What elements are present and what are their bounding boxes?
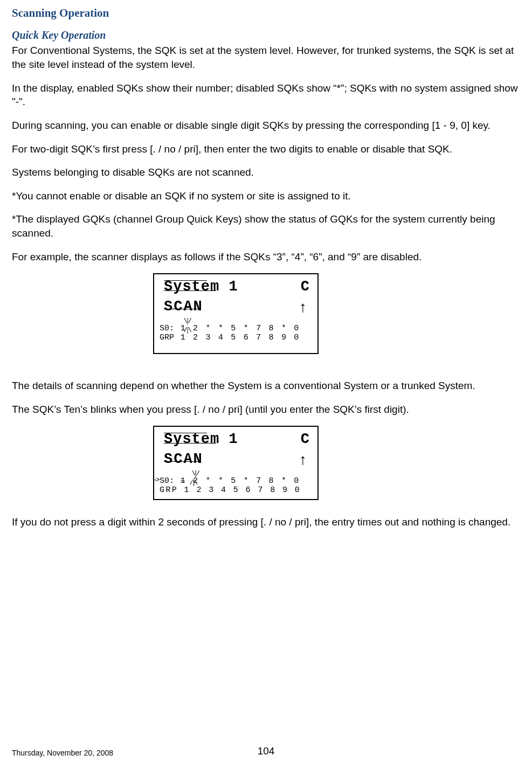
paragraph-single-digit: During scanning, you can enable or disab… bbox=[12, 119, 520, 133]
display1-s0-digits: 1 2 * * 5 * 7 8 * 0 bbox=[181, 324, 300, 333]
up-arrow-icon: ↑ bbox=[299, 297, 308, 317]
display2-s0-label: S0: bbox=[160, 476, 174, 486]
paragraph-example: For example, the scanner displays as fol… bbox=[12, 250, 520, 264]
display2-s0-digits-wrap: \|/ 1 2 * * 5 * 7 8 * 0 bbox=[181, 476, 300, 486]
display1-grp-digits: 1 2 3 4 5 6 7 8 9 0 bbox=[181, 333, 300, 342]
blink-indicator-icon: -> bbox=[153, 476, 158, 484]
up-arrow-icon: ↑ bbox=[299, 449, 308, 470]
footer-page-number: 104 bbox=[258, 744, 275, 758]
display1-system-label: System 1 bbox=[164, 277, 238, 296]
display2-grp-full: GRP 1 2 3 4 5 6 7 8 9 0 bbox=[160, 486, 301, 495]
display2-scan-label: SCAN bbox=[164, 449, 203, 470]
paragraph-details: The details of scanning depend on whethe… bbox=[12, 379, 520, 393]
paragraph-note1: *You cannot enable or disable an SQK if … bbox=[12, 189, 520, 203]
paragraph-tens-blink: The SQK’s Ten’s blinks when you press [.… bbox=[12, 403, 520, 417]
display1-s0-label: S0: bbox=[160, 324, 174, 333]
display1-c-label: C bbox=[301, 277, 310, 296]
scan-activity-icon: \|/ bbox=[183, 318, 190, 325]
paragraph-two-digit: For two-digit SQK’s first press [. / no … bbox=[12, 142, 520, 156]
display1-grp-digits-wrap: /|\ 1 2 3 4 5 6 7 8 9 0 bbox=[181, 333, 300, 342]
display2-line2-left-text: SCAN bbox=[164, 451, 203, 467]
scanner-display-2: System 1 C SCAN ↑ -> S0: \|/ 1 2 * * 5 *… bbox=[153, 426, 319, 500]
footer-date: Thursday, November 20, 2008 bbox=[12, 748, 113, 758]
display2-system-label: System 1 bbox=[164, 429, 238, 449]
paragraph-not-scanned: Systems belonging to disable SQKs are no… bbox=[12, 165, 520, 179]
scanner-display-1: System 1 C SCAN ↑ S0: \|/ 1 2 * * 5 * 7 … bbox=[153, 273, 319, 354]
display1-s0-digits-wrap: \|/ 1 2 * * 5 * 7 8 * 0 bbox=[181, 324, 300, 333]
display1-grp-label: GRP bbox=[160, 333, 174, 342]
display1-s0-row: S0: \|/ 1 2 * * 5 * 7 8 * 0 bbox=[160, 324, 312, 333]
page-footer: Thursday, November 20, 2008 104 bbox=[12, 748, 520, 758]
scan-activity-icon: /|\ bbox=[190, 480, 197, 487]
display1-scan-label: SCAN bbox=[164, 297, 203, 317]
display2-c-label: C bbox=[301, 429, 310, 449]
paragraph-intro: For Conventional Systems, the SQK is set… bbox=[12, 44, 520, 71]
paragraph-note2: *The displayed GQKs (channel Group Quick… bbox=[12, 212, 520, 240]
display2-grp-wrap: /|\ GRP 1 2 3 4 5 6 7 8 9 0 bbox=[160, 486, 301, 495]
display2-s0-row: -> S0: \|/ 1 2 * * 5 * 7 8 * 0 bbox=[160, 476, 312, 486]
heading2-quick-key-operation: Quick Key Operation bbox=[12, 28, 520, 43]
paragraph-display-desc: In the display, enabled SQKs show their … bbox=[12, 81, 520, 109]
display1-line2-left-text: SCAN bbox=[164, 299, 203, 315]
display2-s0-digits: 1 2 * * 5 * 7 8 * 0 bbox=[181, 476, 300, 486]
scan-activity-icon: \|/ bbox=[191, 470, 198, 478]
paragraph-timeout: If you do not press a digit within 2 sec… bbox=[12, 515, 520, 529]
display2-grp-row: /|\ GRP 1 2 3 4 5 6 7 8 9 0 bbox=[160, 486, 312, 495]
heading1-scanning-operation: Scanning Operation bbox=[12, 5, 520, 20]
scan-activity-icon: /|\ bbox=[183, 327, 190, 335]
display1-grp-row: GRP /|\ 1 2 3 4 5 6 7 8 9 0 bbox=[160, 333, 312, 342]
